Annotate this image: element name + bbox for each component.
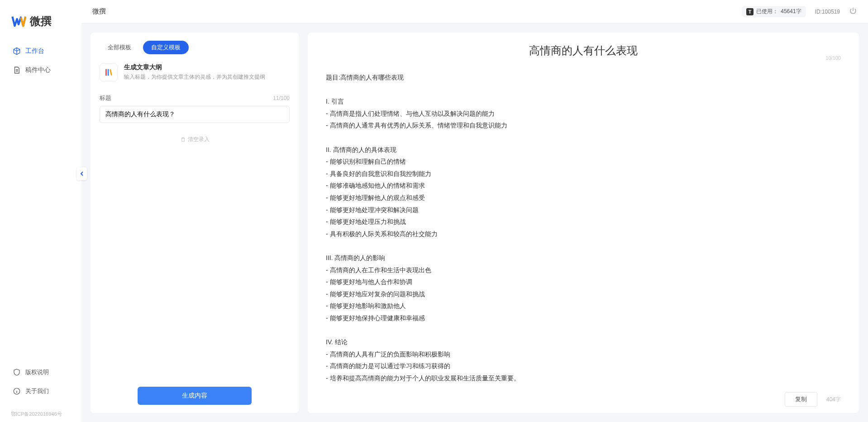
content: 全部模板 自定义模板 生成文章大纲 输入标题，为你提供文章主体的灵感，并为其创建…	[81, 24, 868, 422]
sidebar-item-label: 版权说明	[25, 368, 49, 376]
usage-label: 已使用：	[756, 8, 778, 15]
info-icon	[13, 387, 21, 395]
template-desc: 输入标题，为你提供文章主体的灵感，并为其创建推文提纲	[124, 73, 265, 81]
clear-label: 清空录入	[188, 136, 210, 143]
field-label: 标题	[100, 94, 111, 102]
template-info: 生成文章大纲 输入标题，为你提供文章主体的灵感，并为其创建推文提纲	[124, 63, 265, 81]
power-icon	[849, 7, 857, 15]
topbar-title: 微撰	[92, 7, 106, 16]
result-body[interactable]: 题目:高情商的人有哪些表现 I. 引言 - 高情商是指人们处理情绪、与他人互动以…	[308, 61, 859, 386]
result-title[interactable]: 高情商的人有什么表现	[529, 45, 638, 57]
logo-text: 微撰	[30, 14, 52, 28]
power-button[interactable]	[849, 7, 857, 16]
sidebar-item-drafts[interactable]: 稿件中心	[7, 62, 74, 79]
chevron-left-icon	[79, 171, 85, 176]
template-title: 生成文章大纲	[124, 63, 265, 71]
sidebar-nav: 工作台 稿件中心	[0, 43, 81, 364]
field-counter: 11/100	[273, 95, 290, 101]
generate-button[interactable]: 生成内容	[138, 387, 252, 405]
user-id: ID:100519	[815, 9, 840, 15]
sidebar-item-about[interactable]: 关于我们	[7, 383, 74, 400]
topbar-right: T 已使用： 45641字 ID:100519	[742, 6, 857, 17]
template-tabs: 全部模板 自定义模板	[91, 33, 299, 59]
main: 微撰 T 已使用： 45641字 ID:100519 全部模板 自定义模板	[81, 0, 868, 422]
result-footer: 复制 404字	[308, 386, 859, 413]
tab-custom-templates[interactable]: 自定义模板	[143, 41, 189, 54]
sidebar-collapse-handle[interactable]	[77, 167, 87, 180]
cube-icon	[13, 47, 21, 55]
title-input[interactable]	[100, 106, 290, 123]
document-icon	[13, 66, 21, 74]
template-icon	[100, 63, 118, 81]
usage-value: 45641字	[781, 8, 801, 15]
topbar: 微撰 T 已使用： 45641字 ID:100519	[81, 0, 868, 24]
right-panel: 高情商的人有什么表现 10/100 题目:高情商的人有哪些表现 I. 引言 - …	[308, 33, 859, 413]
clear-input-link[interactable]: 清空录入	[91, 128, 299, 151]
usage-badge[interactable]: T 已使用： 45641字	[742, 6, 806, 17]
template-card: 生成文章大纲 输入标题，为你提供文章主体的灵感，并为其创建推文提纲	[91, 59, 299, 89]
sidebar-item-copyright[interactable]: 版权说明	[7, 364, 74, 381]
result-header: 高情商的人有什么表现 10/100	[308, 33, 859, 61]
icp-text: 鄂ICP备2022016946号	[0, 411, 81, 422]
shield-icon	[13, 368, 21, 376]
sidebar: 微撰 工作台 稿件中心 版权说明 关于我们 鄂ICP备2022016946号	[0, 0, 81, 422]
logo: 微撰	[0, 14, 81, 43]
tab-all-templates[interactable]: 全部模板	[100, 41, 139, 54]
logo-icon	[11, 14, 26, 29]
title-field-section: 标题 11/100	[91, 89, 299, 128]
sidebar-item-label: 关于我们	[25, 387, 49, 395]
text-icon: T	[746, 8, 754, 15]
sidebar-bottom: 版权说明 关于我们	[0, 364, 81, 411]
word-count: 404字	[826, 396, 841, 403]
sidebar-item-label: 稿件中心	[25, 66, 51, 74]
title-counter: 10/100	[825, 55, 841, 61]
left-panel-bottom: 生成内容	[91, 379, 299, 413]
field-header: 标题 11/100	[100, 94, 290, 102]
left-panel: 全部模板 自定义模板 生成文章大纲 输入标题，为你提供文章主体的灵感，并为其创建…	[91, 33, 299, 413]
trash-icon	[180, 137, 186, 142]
sidebar-item-label: 工作台	[25, 47, 44, 55]
sidebar-item-workspace[interactable]: 工作台	[7, 43, 74, 60]
copy-button[interactable]: 复制	[785, 392, 817, 407]
books-icon	[104, 67, 114, 77]
